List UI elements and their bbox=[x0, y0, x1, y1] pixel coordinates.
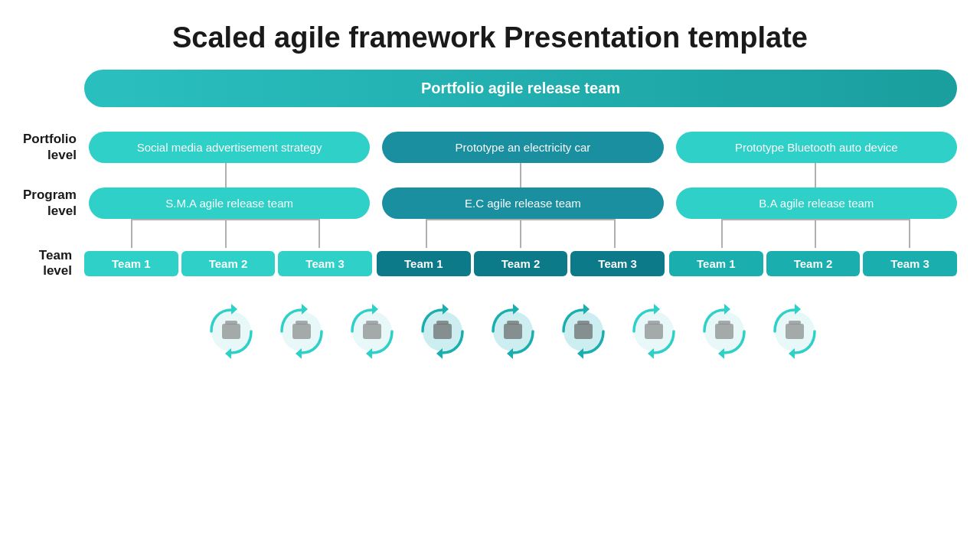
agile-icon-6 bbox=[550, 298, 617, 365]
team-g3-box3: Team 3 bbox=[863, 251, 957, 276]
svg-rect-12 bbox=[366, 321, 378, 324]
team-level-label: Teamlevel bbox=[23, 248, 84, 279]
vline-p1 bbox=[225, 163, 227, 187]
svg-rect-11 bbox=[363, 324, 381, 339]
team-g2-box3: Team 3 bbox=[570, 251, 665, 276]
program-item-1: S.M.A agile release team bbox=[89, 187, 370, 219]
team-g1-box3: Team 3 bbox=[278, 251, 372, 276]
program-level-label: Programlevel bbox=[23, 187, 89, 219]
svg-rect-2 bbox=[225, 321, 237, 324]
portfolio-item-1: Social media advertisement strategy bbox=[89, 132, 370, 163]
team-g1-box2: Team 2 bbox=[181, 251, 276, 276]
svg-rect-42 bbox=[789, 321, 801, 324]
team-g1-box1: Team 1 bbox=[84, 251, 178, 276]
svg-rect-16 bbox=[433, 324, 452, 339]
team-g3-box2: Team 2 bbox=[766, 251, 861, 276]
svg-rect-32 bbox=[648, 321, 660, 324]
program-item-2: E.C agile release team bbox=[382, 187, 663, 219]
svg-rect-26 bbox=[574, 324, 593, 339]
agile-icon-3 bbox=[338, 298, 406, 365]
vline-p2 bbox=[520, 163, 521, 187]
agile-icon-2 bbox=[268, 298, 335, 365]
agile-icon-4 bbox=[409, 298, 476, 365]
agile-icon-7 bbox=[620, 298, 688, 365]
agile-icon-1 bbox=[198, 298, 265, 365]
svg-rect-22 bbox=[507, 321, 519, 324]
portfolio-item-3: Prototype Bluetooth auto device bbox=[676, 132, 957, 163]
svg-rect-17 bbox=[436, 321, 449, 324]
team-g2-box1: Team 1 bbox=[377, 251, 471, 276]
svg-rect-37 bbox=[718, 321, 730, 324]
portfolio-banner: Portfolio agile release team bbox=[84, 70, 957, 107]
agile-icon-9 bbox=[761, 298, 828, 365]
svg-rect-41 bbox=[786, 324, 804, 339]
svg-rect-7 bbox=[296, 321, 308, 324]
portfolio-level-row: Portfoliolevel Social media advertisemen… bbox=[23, 132, 957, 163]
page-title: Scaled agile framework Presentation temp… bbox=[0, 0, 980, 70]
agile-icon-5 bbox=[479, 298, 547, 365]
portfolio-level-label: Portfoliolevel bbox=[23, 132, 89, 163]
team-level-row: Teamlevel Team 1 Team 2 Team 3 Team 1 Te… bbox=[23, 248, 957, 279]
portfolio-item-2: Prototype an electricity car bbox=[382, 132, 663, 163]
agile-icon-8 bbox=[691, 298, 758, 365]
team-g2-box2: Team 2 bbox=[474, 251, 568, 276]
icons-row bbox=[23, 298, 957, 365]
team-g3-box1: Team 1 bbox=[669, 251, 763, 276]
svg-rect-1 bbox=[222, 324, 240, 339]
svg-rect-31 bbox=[645, 324, 663, 339]
svg-rect-6 bbox=[292, 324, 311, 339]
program-item-3: B.A agile release team bbox=[676, 187, 957, 219]
program-level-row: Programlevel S.M.A agile release team E.… bbox=[23, 187, 957, 219]
svg-rect-36 bbox=[715, 324, 733, 339]
svg-rect-21 bbox=[504, 324, 522, 339]
svg-rect-27 bbox=[577, 321, 590, 324]
vline-p3 bbox=[815, 163, 816, 187]
